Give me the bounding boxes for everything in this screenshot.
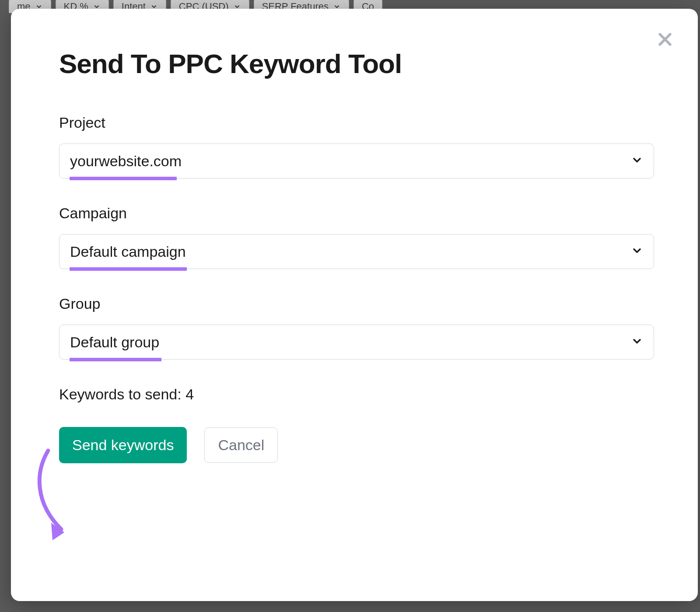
project-field-group: Project yourwebsite.com: [59, 114, 654, 178]
annotation-underline: [70, 177, 177, 180]
ppc-keyword-modal: Send To PPC Keyword Tool Project yourweb…: [11, 9, 698, 601]
keywords-count-value: 4: [186, 386, 194, 402]
keywords-count-text: Keywords to send: 4: [59, 386, 654, 403]
project-label: Project: [59, 114, 654, 131]
close-button[interactable]: [654, 28, 676, 50]
annotation-underline: [70, 358, 161, 361]
campaign-label: Campaign: [59, 205, 654, 222]
cancel-button[interactable]: Cancel: [204, 427, 278, 463]
group-field-group: Group Default group: [59, 295, 654, 360]
project-value: yourwebsite.com: [70, 153, 182, 170]
close-icon: [656, 31, 674, 48]
campaign-value: Default campaign: [70, 243, 186, 260]
send-keywords-button[interactable]: Send keywords: [59, 427, 187, 463]
group-label: Group: [59, 295, 654, 312]
button-row: Send keywords Cancel: [59, 427, 654, 463]
modal-title: Send To PPC Keyword Tool: [59, 48, 654, 79]
group-select[interactable]: Default group: [59, 325, 654, 360]
project-select[interactable]: yourwebsite.com: [59, 143, 654, 178]
campaign-select[interactable]: Default campaign: [59, 234, 654, 269]
keywords-count-label: Keywords to send:: [59, 386, 186, 402]
campaign-field-group: Campaign Default campaign: [59, 205, 654, 269]
annotation-underline: [70, 267, 187, 271]
group-value: Default group: [70, 334, 159, 351]
